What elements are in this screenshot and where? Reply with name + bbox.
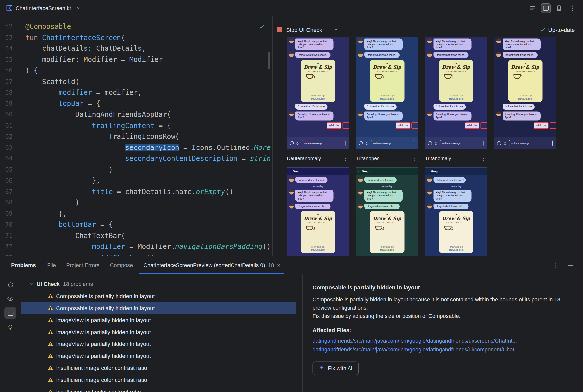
line-number: 71 [0, 230, 13, 241]
code-line[interactable]: 52@Composable [0, 21, 272, 32]
more-vertical-icon[interactable]: ⋮ [412, 156, 418, 161]
code-line[interactable]: 55 modifier: Modifier = Modifier [0, 54, 272, 65]
brew-sip-card: ◆Brew & SipCOFFEE&CHOCOLATEbrew and sipb… [508, 60, 542, 102]
problem-item[interactable]: Composable is partially hidden in layout [21, 290, 296, 302]
structure-icon[interactable] [528, 3, 538, 13]
chevron-down-icon[interactable] [334, 26, 338, 32]
stop-ui-check-button[interactable]: Stop UI Check [277, 26, 322, 33]
message-row: I forgot what it was called... [356, 204, 418, 209]
card-link[interactable]: brew&sip.com [440, 97, 472, 100]
tool-window-title[interactable]: Problems [11, 262, 36, 268]
code-line[interactable]: 53fun ChatInterfaceScreen( [0, 32, 272, 43]
card-link[interactable]: brew&sip.com [510, 97, 541, 100]
more-vertical-icon[interactable]: ⋮ [553, 262, 559, 268]
code-line[interactable]: 54 chatDetails: ChatDetails, [0, 43, 272, 54]
message-input[interactable]: Write A Message [302, 140, 346, 146]
tool-tab[interactable]: Compose [105, 256, 138, 274]
ornament-icon: ◆ [371, 214, 403, 216]
quickfix-bulb-icon[interactable] [5, 321, 17, 333]
code-line[interactable]: 61 trailingContent = { [0, 120, 272, 131]
problem-item[interactable]: ImageView is partially hidden in layout [21, 314, 296, 326]
details-view-icon[interactable] [5, 307, 17, 319]
sync-icon[interactable] [5, 279, 17, 291]
editor-scrollbar[interactable] [268, 52, 270, 70]
code-line[interactable]: 70 bottomBar = { [0, 219, 272, 230]
problem-item[interactable]: Insufficient image color contrast ratio [21, 362, 296, 374]
message-input[interactable]: Write A Message [440, 140, 484, 146]
code-line[interactable]: 69 }, [0, 208, 272, 219]
card-link[interactable]: brew&sip.com [302, 248, 334, 251]
editor-tab[interactable]: ChatInterfaceScreen.kt × [0, 0, 86, 16]
more-vertical-icon[interactable]: ⋮ [343, 156, 349, 161]
message-row: I'd love that! It's this one. [494, 104, 556, 110]
fix-with-ai-button[interactable]: Fix with AI [313, 362, 359, 375]
stop-ui-check-label: Stop UI Check [286, 26, 322, 33]
phone-preview[interactable]: ‹Greg⋮Haha, next time for sure!Yesterday… [287, 167, 349, 256]
tool-tab[interactable]: Project Errors [61, 256, 105, 274]
fix-with-ai-label: Fix with AI [328, 366, 353, 371]
suggestion-chip: I'd do tha [465, 122, 479, 129]
contact-name: Greg [362, 170, 368, 173]
code-line[interactable]: 62 TrailingIconsRow( [0, 131, 272, 142]
code-line[interactable]: 72 modifier = Modifier.navigationBarsPad… [0, 241, 272, 252]
code-line[interactable]: 59 topBar = { [0, 98, 272, 109]
code-line[interactable]: 58 modifier = modifier, [0, 87, 272, 98]
card-link[interactable]: brew&sip.com [440, 248, 472, 251]
problem-item[interactable]: ImageView is partially hidden in layout [21, 338, 296, 350]
coffee-cup-icon [306, 74, 313, 79]
preview-eye-icon[interactable] [5, 293, 17, 305]
phone-preview[interactable]: Hey! Should we go to that cafe you menti… [494, 37, 557, 149]
card-link[interactable]: brew&sip.com [371, 97, 403, 100]
code-line[interactable]: 73 onAddClick = {} [0, 252, 272, 256]
card-tagline: COFFEE&CHOCOLATE [440, 222, 472, 223]
brew-sip-card: ◆Brew & SipCOFFEE&CHOCOLATEbrew and sipb… [439, 60, 473, 102]
suggestion-chip-clipped [343, 122, 349, 129]
device-preview-icon[interactable] [554, 3, 564, 13]
message-input[interactable]: Write A Message [371, 140, 415, 146]
problem-item[interactable]: ImageView is partially hidden in layout [21, 326, 296, 338]
code-line[interactable]: 64 secondaryContentDescription = strin [0, 153, 272, 164]
problem-item[interactable]: ImageView is partially hidden in layout [21, 350, 296, 362]
tool-tab[interactable]: File [42, 256, 61, 274]
code-line[interactable]: 71 ChatTextBar( [0, 230, 272, 241]
code-line[interactable]: 65 ) [0, 164, 272, 175]
line-number: 65 [0, 164, 13, 175]
phone-preview[interactable]: ‹Greg⋮Haha, next time for sure!Yesterday… [356, 167, 418, 256]
message-input[interactable]: Write A Message [509, 140, 553, 146]
close-tab-icon[interactable]: × [277, 262, 280, 268]
problem-text: ImageView is partially hidden in layout [56, 328, 151, 335]
phone-preview[interactable]: Hey! Should we go to that cafe you menti… [425, 37, 487, 149]
problem-item[interactable]: Insufficient image color contrast ratio [21, 374, 296, 386]
code-line[interactable]: 68 ) [0, 197, 272, 208]
minimize-icon[interactable]: — [568, 262, 573, 268]
avatar [289, 190, 294, 195]
problem-item[interactable]: Insufficient text color contrast ratio [21, 386, 296, 392]
code-line[interactable]: 67 title = chatDetails.name.orEmpty() [0, 186, 272, 197]
file-link[interactable]: datingandfriends/src/main/java/com/ibm/g… [313, 345, 574, 354]
code-line[interactable]: 57 Scaffold( [0, 76, 272, 87]
card-link[interactable]: brew&sip.com [302, 97, 334, 100]
split-editor-icon[interactable] [541, 3, 551, 13]
code-line[interactable]: 60 DatingAndFriendsAppBar( [0, 109, 272, 120]
problems-group-header[interactable]: UI Check 18 problems [21, 278, 303, 290]
code-editor[interactable]: 52@Composable53fun ChatInterfaceScreen(5… [0, 16, 272, 256]
card-link[interactable]: brew&sip.com [371, 248, 403, 251]
phone-preview[interactable]: ‹Greg⋮Haha, next time for sure!Yesterday… [425, 167, 487, 256]
simulation-label: Deuteranomaly [287, 156, 321, 161]
tool-tab[interactable]: ChatInterfaceScreenPreview (sortedChatDe… [138, 256, 285, 274]
tool-tab-label: Project Errors [66, 262, 99, 268]
inspections-ok-icon[interactable] [259, 24, 265, 30]
problem-text: Composable is partially hidden in layout [56, 305, 155, 311]
chevron-down-icon[interactable] [29, 281, 33, 287]
more-vertical-icon[interactable] [567, 3, 577, 13]
problem-item[interactable]: Composable is partially hidden in layout [21, 302, 296, 314]
file-link[interactable]: datingandfriends/src/main/java/com/ibm/g… [313, 336, 574, 345]
code-line[interactable]: 56) { [0, 65, 272, 76]
close-tab-icon[interactable]: × [77, 5, 80, 12]
phone-preview[interactable]: Hey! Should we go to that cafe you menti… [356, 37, 418, 149]
more-vertical-icon[interactable]: ⋮ [481, 156, 487, 161]
code-line[interactable]: 66 }, [0, 175, 272, 186]
chat-bubble: I forgot what it was called... [503, 52, 538, 58]
code-line[interactable]: 63 secondaryIcon = Icons.Outlined.More [0, 142, 272, 153]
phone-preview[interactable]: Hey! Should we go to that cafe you menti… [287, 37, 349, 149]
